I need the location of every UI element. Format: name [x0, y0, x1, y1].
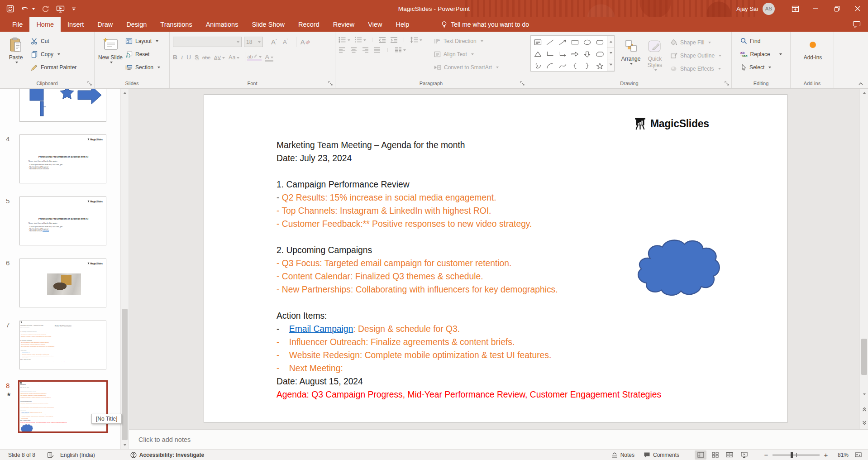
thumbnail-scroll-down-icon[interactable] — [121, 441, 129, 449]
ribbon-tab-record[interactable]: Record — [291, 17, 326, 32]
ribbon-tab-slide-show[interactable]: Slide Show — [245, 17, 291, 32]
find-button[interactable]: Find — [738, 34, 784, 48]
shape-elbow-connector[interactable] — [544, 48, 556, 60]
cloud-shape[interactable] — [20, 424, 105, 433]
section-button[interactable]: Section — [123, 61, 162, 74]
cloud-shape[interactable] — [631, 235, 720, 302]
shape-left-brace[interactable] — [569, 60, 581, 72]
shape-star-5-point[interactable] — [594, 60, 606, 72]
gallery-scroll-down-icon[interactable] — [607, 48, 614, 59]
shape-line-arrow[interactable] — [557, 36, 569, 48]
shape-arc[interactable] — [544, 60, 556, 72]
zoom-out-button[interactable]: − — [763, 451, 769, 459]
slide-canvas[interactable]: MagicSlides Marketing Team Meeting – Age… — [204, 94, 787, 423]
ribbon-tab-transitions[interactable]: Transitions — [153, 17, 199, 32]
zoom-slider-handle[interactable] — [791, 452, 793, 458]
reset-button[interactable]: Reset — [123, 48, 162, 61]
comments-bubble-icon[interactable] — [853, 17, 861, 32]
ribbon-tab-animations[interactable]: Animations — [199, 17, 245, 32]
shape-rectangle[interactable] — [569, 36, 581, 48]
comments-toggle-button[interactable]: Comments — [644, 452, 679, 458]
close-icon[interactable] — [847, 0, 868, 17]
shape-snip-corner-rectangle[interactable] — [594, 48, 606, 60]
normal-view-button[interactable] — [695, 450, 706, 460]
slide-text-block[interactable]: Marketing Team Meeting – Agenda for the … — [20, 325, 106, 363]
shape-right-brace[interactable] — [581, 60, 593, 72]
main-vertical-scrollbar[interactable] — [859, 89, 868, 429]
fit-slide-to-window-button[interactable] — [855, 452, 862, 458]
shape-text-box[interactable] — [532, 36, 544, 48]
ribbon-tab-design[interactable]: Design — [119, 17, 153, 32]
language-status[interactable]: English (India) — [60, 452, 95, 458]
main-scrollbar-thumb[interactable] — [861, 339, 867, 375]
thumbnail-slide-6[interactable]: MagicSlides — [19, 259, 106, 307]
shape-line[interactable] — [544, 36, 556, 48]
scroll-up-icon[interactable] — [860, 89, 868, 96]
layout-button[interactable]: Layout — [123, 34, 162, 48]
font-dialog-launcher[interactable] — [328, 81, 334, 86]
shape-arrow-down[interactable] — [581, 48, 593, 60]
thumbnail-slide-3-partial[interactable] — [19, 89, 106, 122]
gallery-more-icon[interactable] — [607, 59, 614, 71]
select-button[interactable]: Select — [738, 61, 784, 74]
gallery-scroll-up-icon[interactable] — [607, 36, 614, 48]
notes-placeholder: Click to add notes — [138, 436, 191, 443]
avatar[interactable]: AS — [763, 3, 775, 15]
shape-arrow-right[interactable] — [569, 48, 581, 60]
ribbon-tab-view[interactable]: View — [361, 17, 389, 32]
replace-button[interactable]: ab⇢ac Replace — [738, 48, 784, 61]
thumbnail-slide-5[interactable]: MagicSlidesProfessional Presentations in… — [19, 196, 106, 245]
paragraph-dialog-launcher[interactable] — [520, 81, 525, 86]
magicslides-logo[interactable]: MagicSlides — [20, 382, 105, 385]
shape-elbow-arrow-connector[interactable] — [557, 48, 569, 60]
restore-icon[interactable] — [826, 0, 847, 17]
thumbnail-tooltip: [No Title] — [91, 414, 122, 424]
thumbnail-scrollbar-thumb[interactable] — [122, 309, 128, 440]
magicslides-logo[interactable]: MagicSlides — [20, 321, 106, 325]
accessibility-status[interactable]: Accessibility: Investigate — [130, 452, 204, 458]
reading-view-button[interactable] — [724, 450, 735, 460]
add-ins-button[interactable]: Add-ins — [800, 34, 825, 61]
scroll-down-icon[interactable] — [860, 391, 868, 398]
shape-curve[interactable] — [557, 60, 569, 72]
collapse-ribbon-icon[interactable] — [858, 82, 863, 86]
shape-isoceles-triangle[interactable] — [532, 48, 544, 60]
drawing-dialog-launcher[interactable] — [724, 81, 730, 86]
ribbon-display-options-icon[interactable] — [785, 0, 806, 17]
zoom-slider[interactable] — [773, 452, 820, 458]
ribbon-tab-review[interactable]: Review — [326, 17, 362, 32]
ribbon-tab-file[interactable]: File — [5, 17, 29, 32]
slide-show-view-button[interactable] — [738, 450, 750, 460]
ribbon-tab-draw[interactable]: Draw — [91, 17, 119, 32]
format-painter-button[interactable]: Format Painter — [29, 61, 79, 74]
minimize-icon[interactable] — [806, 0, 826, 17]
next-slide-icon[interactable] — [860, 419, 868, 426]
shape-scribble[interactable] — [532, 60, 544, 72]
slide-sorter-view-button[interactable] — [709, 450, 721, 460]
magicslides-logo[interactable]: MagicSlides — [633, 117, 709, 130]
thumbnail-scroll-up-icon[interactable] — [121, 89, 129, 96]
new-slide-button[interactable]: New Slide — [98, 34, 123, 64]
ribbon-tab-insert[interactable]: Insert — [61, 17, 91, 32]
tell-me-box[interactable]: Tell me what you want to do — [441, 17, 529, 32]
spell-check-icon[interactable] — [47, 452, 54, 458]
zoom-in-button[interactable]: + — [823, 451, 829, 459]
ribbon-tab-home[interactable]: Home — [29, 17, 61, 32]
thumbnail-slide-4[interactable]: MagicSlidesProfessional Presentations in… — [19, 134, 106, 183]
shape-rounded-rectangle[interactable] — [594, 36, 606, 48]
notes-toggle-button[interactable]: Notes — [611, 452, 634, 458]
arrange-button[interactable]: Arrange — [618, 35, 644, 65]
copy-button[interactable]: Copy — [29, 48, 79, 61]
slide-text-block[interactable]: Marketing Team Meeting – Agenda for the … — [277, 139, 661, 401]
cut-button[interactable]: Cut — [29, 34, 79, 48]
thumbnail-slide-8-selected[interactable]: MagicSlides Marketing Team Meeting – Age… — [18, 380, 108, 433]
previous-slide-icon[interactable] — [860, 405, 868, 413]
thumbnail-slide-7[interactable]: MagicSlides Marketing Team Meeting – Age… — [19, 321, 106, 369]
thumbnail-scrollbar[interactable] — [120, 89, 128, 449]
notes-pane[interactable]: Click to add notes — [129, 429, 868, 449]
paste-button[interactable]: Paste — [3, 34, 29, 64]
ribbon-tab-help[interactable]: Help — [389, 17, 416, 32]
clipboard-dialog-launcher[interactable] — [87, 81, 93, 86]
shape-oval[interactable] — [581, 36, 593, 48]
zoom-percentage[interactable]: 81% — [832, 452, 849, 458]
